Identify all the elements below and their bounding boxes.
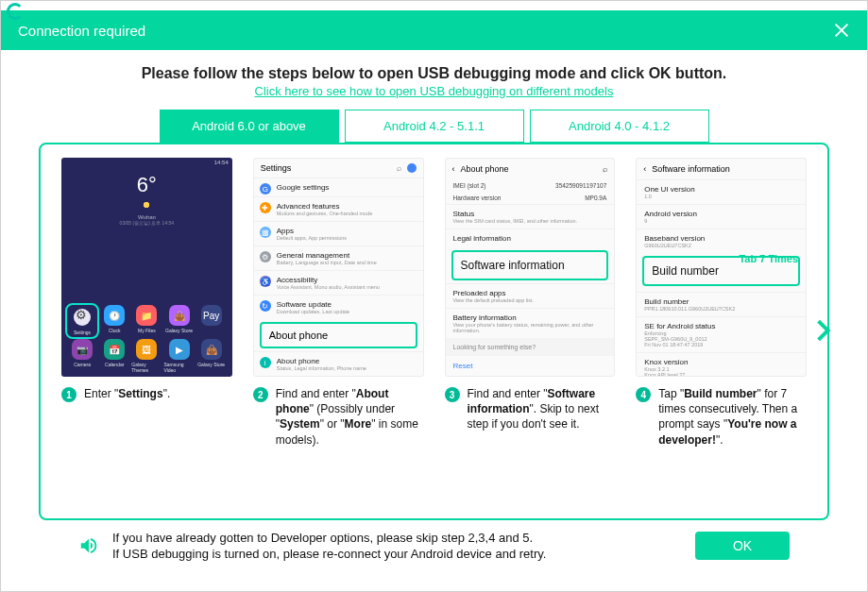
app-icon: 👜Galaxy Store — [163, 305, 194, 337]
about-row: Baseband versionG960U2UEU7CSK2 — [637, 228, 806, 253]
step3-screenshot: ‹ About phone ⌕ IMEI (slot 2)35425909119… — [445, 158, 616, 377]
settings-row: ↻Software updateDownload updates, Last u… — [254, 295, 423, 319]
back-icon: ‹ — [643, 164, 646, 174]
app-icon: 🖼Galaxy Themes — [131, 339, 162, 373]
modal-header: Connection required — [1, 10, 867, 50]
search-icon: ⌕ — [603, 164, 607, 174]
about-row: Android version9 — [637, 204, 806, 228]
step-2: Settings ⌕ GGoogle settings✚Advanced fea… — [253, 158, 424, 448]
modal-title: Connection required — [18, 23, 145, 39]
about-row: Legal information — [446, 228, 615, 247]
step2-screenshot: Settings ⌕ GGoogle settings✚Advanced fea… — [253, 158, 424, 377]
about-row: Preloaded appsView the default preloaded… — [446, 283, 615, 308]
app-icon: Pay — [196, 305, 227, 337]
temperature: 6° — [61, 173, 232, 197]
app-icon: ▶Samsung Video — [163, 339, 194, 373]
instruction-heading: Please follow the steps below to open US… — [39, 65, 829, 82]
app-logo-icon — [7, 3, 24, 20]
weather-icon — [141, 199, 152, 211]
close-icon[interactable] — [833, 22, 850, 39]
step1-text: Enter "Settings". — [84, 386, 170, 401]
about-row: Build numberPPR1.180610.011.G960U2UEU7CS… — [637, 292, 806, 316]
footer-note: If you have already gotten to Developer … — [112, 530, 682, 563]
account-icon — [407, 163, 417, 173]
settings-row: ▦AppsDefault apps, App permissions — [254, 221, 423, 245]
search-icon: ⌕ — [397, 163, 401, 173]
settings-row: ♿AccessibilityVoice Assistant, Mono audi… — [254, 270, 423, 295]
sound-icon — [78, 535, 99, 556]
about-row: StatusView the SIM card status, IMEI, an… — [446, 204, 615, 228]
models-help-link[interactable]: Click here to see how to open USB debugg… — [39, 84, 829, 98]
step2-text: Find and enter "About phone" (Possibly u… — [276, 386, 424, 448]
about-phone-highlight: About phone — [260, 322, 417, 348]
step-number-3: 3 — [445, 387, 460, 402]
step-number-4: 4 — [636, 387, 651, 402]
app-icon: Settings — [65, 303, 99, 339]
about-row: Knox versionKnox 3.2.1Knox API level 27T… — [637, 352, 806, 377]
step3-text: Find and enter "Software information". S… — [468, 386, 616, 432]
step-number-1: 1 — [61, 387, 77, 402]
step4-text: Tap "Build number" for 7 times consecuti… — [658, 386, 807, 448]
settings-row: GGoogle settings — [254, 178, 423, 196]
app-icon: 👜Galaxy Store — [196, 339, 227, 373]
software-info-highlight: Software information — [451, 250, 609, 280]
step-3: ‹ About phone ⌕ IMEI (slot 2)35425909119… — [445, 158, 616, 448]
about-row: SE for Android statusEnforcingSEPF_SM-G9… — [637, 316, 806, 352]
app-icon: 📷Camera — [67, 339, 97, 373]
step-number-2: 2 — [253, 387, 268, 402]
app-window: Connection required Please follow the st… — [0, 0, 868, 592]
app-icon: 📅Calendar — [99, 339, 129, 373]
modal-footer: If you have already gotten to Developer … — [39, 520, 829, 580]
ok-button[interactable]: OK — [695, 532, 790, 560]
app-icon: 📁My Files — [131, 305, 162, 337]
step1-screenshot: 14:54 6° Wuhan 03/05 (월요일) 오후 14:54 Sett… — [61, 158, 232, 377]
step-4: ‹ Software information One UI version1.0… — [636, 158, 807, 448]
settings-row: ⚙General managementBattery, Language and… — [254, 245, 423, 270]
titlebar — [1, 1, 867, 10]
modal-content: Please follow the steps below to open US… — [1, 50, 867, 591]
steps-panel: 14:54 6° Wuhan 03/05 (월요일) 오후 14:54 Sett… — [39, 143, 829, 520]
step-1: 14:54 6° Wuhan 03/05 (월요일) 오후 14:54 Sett… — [61, 158, 232, 448]
app-icon: 🕐Clock — [99, 305, 129, 337]
settings-row: ✚Advanced featuresMotions and gestures, … — [254, 196, 423, 221]
tab-android-6[interactable]: Android 6.0 or above — [160, 110, 339, 143]
tab-android-40[interactable]: Android 4.0 - 4.1.2 — [530, 110, 709, 143]
about-row: One UI version1.0 — [637, 179, 806, 204]
tab-7-times-label: Tab 7 Times — [739, 253, 798, 264]
next-page-icon[interactable] — [807, 319, 831, 344]
info-icon: i — [260, 357, 271, 368]
tab-android-42[interactable]: Android 4.2 - 5.1.1 — [345, 110, 524, 143]
android-version-tabs: Android 6.0 or above Android 4.2 - 5.1.1… — [39, 110, 829, 143]
step4-screenshot: ‹ Software information One UI version1.0… — [636, 158, 807, 377]
back-icon: ‹ — [452, 164, 455, 174]
about-row: Battery informationView your phone's bat… — [446, 308, 615, 338]
